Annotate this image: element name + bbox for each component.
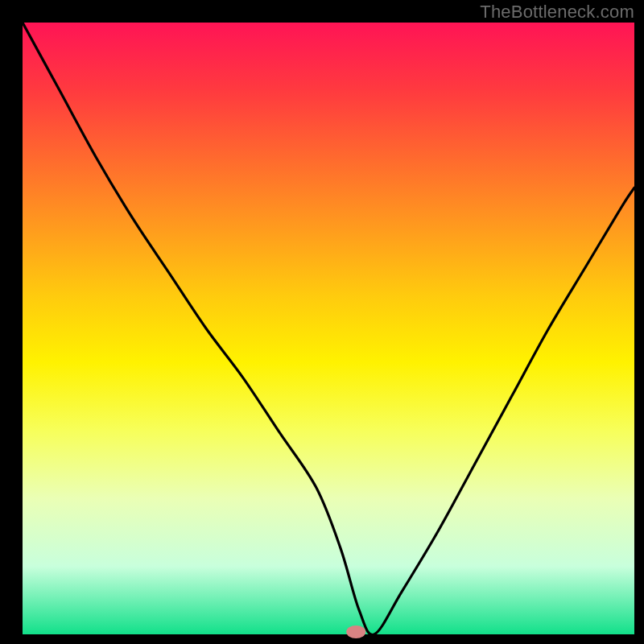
chart-frame: TheBottleneck.com bbox=[0, 0, 644, 644]
bottleneck-chart-svg bbox=[0, 0, 644, 644]
watermark-text: TheBottleneck.com bbox=[480, 2, 634, 23]
gradient-background bbox=[23, 23, 634, 634]
optimal-marker bbox=[346, 625, 365, 638]
